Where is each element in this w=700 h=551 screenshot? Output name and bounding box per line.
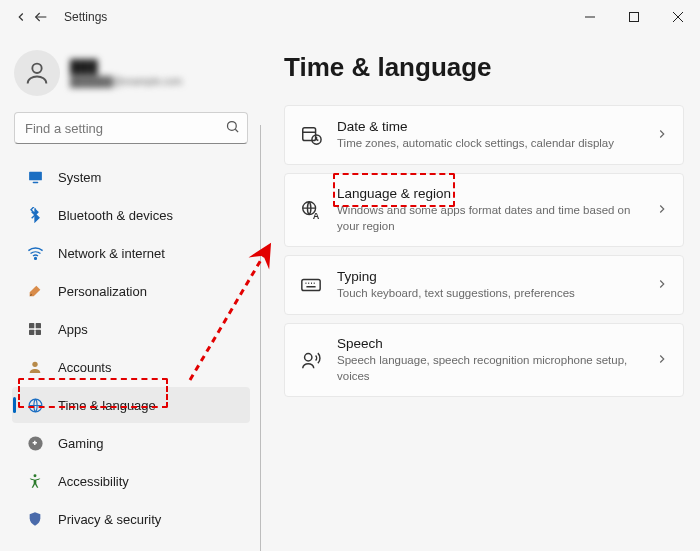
- card-title: Speech: [337, 336, 641, 351]
- user-meta: ███ ██████@example.com: [70, 59, 182, 87]
- maximize-button[interactable]: [612, 0, 656, 34]
- sidebar-item-accessibility[interactable]: Accessibility: [12, 463, 250, 499]
- window-controls: [568, 0, 700, 34]
- sidebar-item-label: Apps: [58, 322, 88, 337]
- window-title: Settings: [64, 10, 107, 24]
- card-sub: Speech language, speech recognition micr…: [337, 353, 641, 384]
- svg-point-23: [305, 354, 312, 361]
- sidebar-item-label: Privacy & security: [58, 512, 161, 527]
- search-icon: [225, 119, 240, 137]
- user-card[interactable]: ███ ██████@example.com: [10, 44, 252, 108]
- sidebar-item-label: Gaming: [58, 436, 104, 451]
- shield-icon: [26, 510, 44, 528]
- main-content: Time & language Date & time Time zones, …: [258, 34, 700, 551]
- sidebar-item-system[interactable]: System: [12, 159, 250, 195]
- user-name: ███: [70, 59, 182, 74]
- svg-point-14: [32, 362, 37, 367]
- calendar-clock-icon: [299, 123, 323, 147]
- sidebar-item-personalization[interactable]: Personalization: [12, 273, 250, 309]
- svg-point-5: [228, 122, 237, 131]
- sidebar-item-label: Bluetooth & devices: [58, 208, 173, 223]
- sidebar-item-bluetooth[interactable]: Bluetooth & devices: [12, 197, 250, 233]
- chevron-right-icon: [655, 277, 669, 294]
- gaming-icon: [26, 434, 44, 452]
- card-sub: Time zones, automatic clock settings, ca…: [337, 136, 641, 152]
- card-date-time[interactable]: Date & time Time zones, automatic clock …: [284, 105, 684, 165]
- svg-rect-11: [36, 323, 41, 328]
- sidebar: ███ ██████@example.com System Blueto: [0, 34, 258, 551]
- nav-list: System Bluetooth & devices Network & int…: [10, 158, 252, 551]
- sidebar-divider: [260, 125, 261, 551]
- sidebar-item-label: Personalization: [58, 284, 147, 299]
- svg-rect-8: [32, 181, 38, 182]
- card-speech[interactable]: Speech Speech language, speech recogniti…: [284, 323, 684, 397]
- svg-rect-7: [29, 171, 42, 180]
- svg-rect-1: [630, 13, 639, 22]
- sidebar-item-label: Network & internet: [58, 246, 165, 261]
- globe-clock-icon: [26, 396, 44, 414]
- page-title: Time & language: [284, 52, 684, 83]
- globe-letter-icon: A: [299, 198, 323, 222]
- svg-rect-10: [29, 323, 34, 328]
- sidebar-item-label: System: [58, 170, 101, 185]
- search-input[interactable]: [14, 112, 248, 144]
- sidebar-item-time-language[interactable]: Time & language: [12, 387, 250, 423]
- sidebar-item-apps[interactable]: Apps: [12, 311, 250, 347]
- svg-rect-12: [29, 330, 34, 335]
- sidebar-item-privacy[interactable]: Privacy & security: [12, 501, 250, 537]
- sidebar-item-label: Time & language: [58, 398, 156, 413]
- user-email: ██████@example.com: [70, 76, 182, 87]
- apps-icon: [26, 320, 44, 338]
- minimize-button[interactable]: [568, 0, 612, 34]
- sidebar-item-network[interactable]: Network & internet: [12, 235, 250, 271]
- speech-icon: [299, 348, 323, 372]
- card-title: Date & time: [337, 119, 641, 134]
- chevron-right-icon: [655, 127, 669, 144]
- svg-rect-22: [302, 280, 320, 291]
- chevron-right-icon: [655, 202, 669, 219]
- sidebar-item-label: Accounts: [58, 360, 111, 375]
- card-sub: Touch keyboard, text suggestions, prefer…: [337, 286, 641, 302]
- card-sub: Windows and some apps format dates and t…: [337, 203, 641, 234]
- card-title: Language & region: [337, 186, 641, 201]
- sidebar-item-windows-update[interactable]: Windows Update: [12, 539, 250, 551]
- back-button[interactable]: [12, 8, 30, 26]
- sidebar-item-label: Accessibility: [58, 474, 129, 489]
- paintbrush-icon: [26, 282, 44, 300]
- search-wrap: [14, 112, 248, 144]
- back-arrow-icon: [32, 8, 50, 26]
- sidebar-item-gaming[interactable]: Gaming: [12, 425, 250, 461]
- card-typing[interactable]: Typing Touch keyboard, text suggestions,…: [284, 255, 684, 315]
- svg-rect-13: [36, 330, 41, 335]
- svg-text:A: A: [313, 211, 320, 221]
- sidebar-item-accounts[interactable]: Accounts: [12, 349, 250, 385]
- chevron-right-icon: [655, 352, 669, 369]
- accounts-icon: [26, 358, 44, 376]
- wifi-icon: [26, 244, 44, 262]
- accessibility-icon: [26, 472, 44, 490]
- svg-line-6: [235, 129, 238, 132]
- svg-rect-18: [303, 128, 316, 141]
- card-title: Typing: [337, 269, 641, 284]
- avatar: [14, 50, 60, 96]
- bluetooth-icon: [26, 206, 44, 224]
- svg-point-17: [34, 474, 37, 477]
- card-language-region[interactable]: A Language & region Windows and some app…: [284, 173, 684, 247]
- svg-point-4: [32, 64, 41, 73]
- system-icon: [26, 168, 44, 186]
- close-button[interactable]: [656, 0, 700, 34]
- keyboard-icon: [299, 273, 323, 297]
- svg-point-9: [34, 257, 36, 259]
